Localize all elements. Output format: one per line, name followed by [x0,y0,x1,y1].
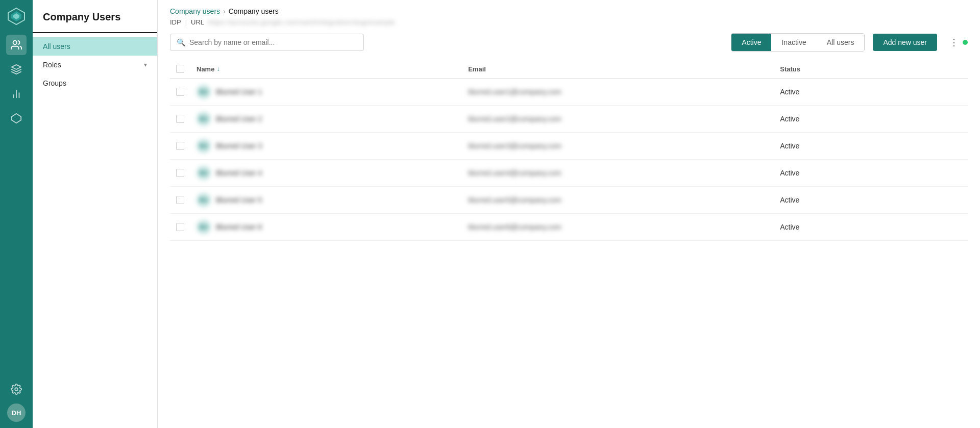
svg-marker-8 [12,114,21,123]
sidebar-item-label: All users [43,42,70,51]
user-email: blurred.user3@company.com [468,142,561,150]
table-row: BU Blurred User 2 blurred.user2@company.… [170,106,968,133]
user-cell: BU Blurred User 5 [197,193,456,207]
settings-icon[interactable] [6,379,27,399]
user-email: blurred.user2@company.com [468,115,561,123]
user-status: Active [780,88,799,96]
user-cell: BU Blurred User 3 [197,139,456,153]
user-status: Active [780,169,799,177]
row-checkbox-4[interactable] [176,196,184,204]
sidebar-item-all-users[interactable]: All users [33,37,157,56]
row-checkbox-3[interactable] [176,169,184,177]
sidebar-title: Company Users [33,0,157,33]
table-row: BU Blurred User 6 blurred.user6@company.… [170,214,968,241]
svg-point-3 [13,41,17,44]
user-cell: BU Blurred User 2 [197,112,456,126]
row-checkbox-5[interactable] [176,223,184,231]
user-avatar-small: BU [197,220,211,234]
sidebar: Company Users All users Roles ▾ Groups [33,0,158,428]
nav-icon-users[interactable] [6,35,27,55]
row-checkbox-2[interactable] [176,142,184,150]
user-status: Active [780,223,799,231]
user-status: Active [780,196,799,204]
sidebar-item-label: Roles [43,61,61,69]
nav-icon-chart[interactable] [6,84,27,104]
sidebar-item-roles[interactable]: Roles ▾ [33,56,157,74]
users-table-container: Name ↓ Email Status [158,60,980,428]
app-logo[interactable] [6,6,27,27]
nav-icon-hexagon[interactable] [6,108,27,129]
sort-icon[interactable]: ↓ [216,65,219,72]
main-content: Company users › Company users IDP | URL … [158,0,980,428]
user-email: blurred.user1@company.com [468,88,561,96]
table-row: BU Blurred User 1 blurred.user1@company.… [170,79,968,106]
user-name[interactable]: Blurred User 6 [216,223,262,231]
online-status-dot [963,40,968,45]
svg-point-9 [15,388,18,391]
search-box[interactable]: 🔍 [170,34,364,51]
user-status: Active [780,115,799,123]
add-new-user-button[interactable]: Add new user [873,34,937,51]
user-status: Active [780,142,799,150]
user-name[interactable]: Blurred User 3 [216,142,262,150]
idp-url-value: https://accounts.google.com/saml/integra… [208,18,395,26]
breadcrumb: Company users › Company users [158,0,980,15]
users-table: Name ↓ Email Status [170,60,968,241]
row-checkbox-1[interactable] [176,115,184,123]
table-row: BU Blurred User 4 blurred.user4@company.… [170,160,968,187]
row-checkbox-0[interactable] [176,88,184,96]
col-status-label: Status [780,65,800,73]
user-cell: BU Blurred User 6 [197,220,456,234]
user-avatar[interactable]: DH [7,404,26,422]
user-avatar-small: BU [197,85,211,99]
breadcrumb-parent[interactable]: Company users [170,7,220,15]
user-cell: BU Blurred User 4 [197,166,456,180]
url-label: URL [191,18,204,26]
idp-row: IDP | URL https://accounts.google.com/sa… [158,15,980,33]
user-email: blurred.user4@company.com [468,169,561,177]
breadcrumb-separator: › [223,7,226,15]
user-cell: BU Blurred User 1 [197,85,456,99]
search-icon: 🔍 [177,38,185,46]
user-name[interactable]: Blurred User 5 [216,196,262,204]
more-options-button[interactable]: ⋮ [945,35,963,50]
search-input[interactable] [189,38,357,46]
user-email: blurred.user6@company.com [468,223,561,231]
user-name[interactable]: Blurred User 1 [216,88,262,96]
svg-marker-4 [12,65,21,69]
toolbar: 🔍 Active Inactive All users Add new user… [158,33,980,60]
table-row: BU Blurred User 5 blurred.user5@company.… [170,187,968,214]
user-email: blurred.user5@company.com [468,196,561,204]
user-name[interactable]: Blurred User 2 [216,115,262,123]
col-email-label: Email [468,65,486,73]
chevron-down-icon: ▾ [144,61,147,68]
filter-tabs: Active Inactive All users [731,33,865,52]
tab-active[interactable]: Active [731,34,771,51]
user-avatar-small: BU [197,139,211,153]
breadcrumb-current: Company users [229,7,279,15]
idp-separator: | [185,18,187,26]
sidebar-nav: All users Roles ▾ Groups [33,33,157,96]
user-avatar-small: BU [197,112,211,126]
user-avatar-small: BU [197,166,211,180]
sidebar-item-label: Groups [43,79,66,87]
idp-label: IDP [170,18,181,26]
tab-inactive[interactable]: Inactive [771,34,816,51]
col-name-label: Name [197,65,214,73]
table-row: BU Blurred User 3 blurred.user3@company.… [170,133,968,160]
user-name[interactable]: Blurred User 4 [216,169,262,177]
user-avatar-small: BU [197,193,211,207]
nav-icon-layers[interactable] [6,59,27,80]
sidebar-item-groups[interactable]: Groups [33,74,157,92]
nav-rail: DH [0,0,33,428]
tab-all-users[interactable]: All users [817,34,865,51]
select-all-checkbox[interactable] [176,65,184,73]
